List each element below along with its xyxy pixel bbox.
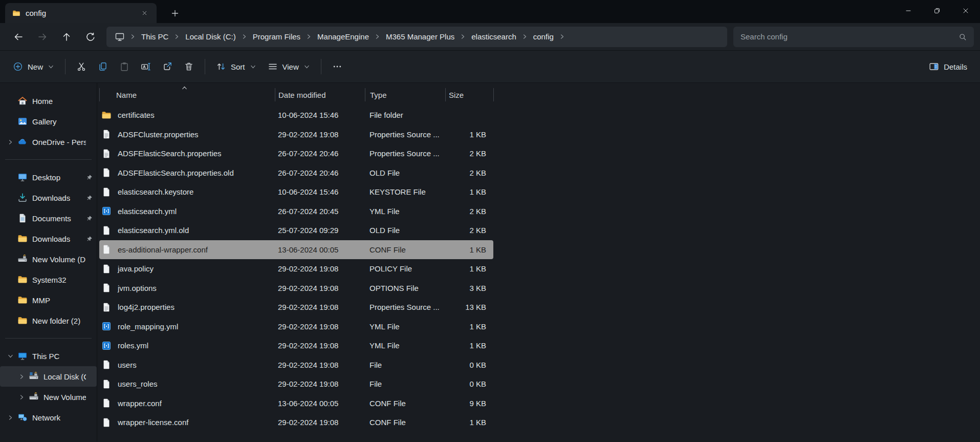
minimize-button[interactable]	[894, 0, 923, 22]
breadcrumb-segment[interactable]: Program Files	[248, 29, 305, 44]
file-row[interactable]: elasticsearch.yml.old 25-07-2024 09:29 O…	[99, 221, 493, 240]
sidebar-item[interactable]: Gallery	[0, 111, 97, 132]
file-row[interactable]: elasticsearch.keystore 10-06-2024 15:46 …	[99, 182, 493, 202]
sidebar-item-label: Local Disk (C:)	[43, 372, 86, 381]
sidebar-item[interactable]: System32	[0, 269, 97, 290]
new-button-label: New	[28, 62, 43, 71]
back-button[interactable]	[6, 27, 30, 47]
sidebar-divider	[5, 338, 92, 339]
file-row[interactable]: elasticsearch.yml 26-07-2024 20:45 YML F…	[99, 202, 493, 221]
chevron-right-icon[interactable]	[129, 33, 136, 40]
rename-button[interactable]	[135, 57, 157, 76]
chevron-right-icon[interactable]	[460, 33, 466, 40]
cut-button[interactable]	[71, 57, 92, 76]
chevron-right-icon[interactable]	[173, 33, 180, 40]
expand-chevron-icon[interactable]	[4, 353, 16, 360]
file-row[interactable]: ADSFElasticSearch.properties.old 26-07-2…	[99, 163, 493, 183]
file-row[interactable]: ADSFCluster.properties 29-02-2024 19:08 …	[99, 125, 493, 144]
file-row[interactable]: users 29-02-2024 19:08 File 0 KB	[99, 355, 493, 375]
command-toolbar: New Sort View Details	[0, 51, 980, 83]
search-icon[interactable]	[959, 33, 967, 41]
delete-button[interactable]	[178, 57, 200, 76]
sidebar-item[interactable]: Downloads	[0, 228, 97, 249]
more-options-button[interactable]	[326, 57, 348, 76]
sidebar-item[interactable]: This PC	[0, 346, 97, 366]
sidebar-item-label: Desktop	[32, 173, 86, 182]
expand-chevron-icon[interactable]	[15, 373, 28, 380]
file-date-modified: 29-02-2024 19:08	[275, 341, 365, 350]
file-row[interactable]: certificates 10-06-2024 15:46 File folde…	[99, 106, 493, 125]
file-row[interactable]: roles.yml 29-02-2024 19:08 YML File 1 KB	[99, 336, 493, 355]
share-button[interactable]	[157, 57, 178, 76]
breadcrumb-segment[interactable]: This PC	[137, 29, 173, 44]
file-row[interactable]: java.policy 29-02-2024 19:08 POLICY File…	[99, 259, 493, 279]
column-header-type[interactable]: Type	[365, 88, 445, 101]
sidebar-item[interactable]: Documents	[0, 208, 97, 228]
breadcrumb-segment[interactable]: config	[529, 29, 558, 44]
column-header-date-modified[interactable]: Date modified	[275, 88, 365, 101]
file-row[interactable]: wrapper-license.conf 29-02-2024 19:08 CO…	[99, 413, 493, 432]
maximize-restore-button[interactable]	[923, 0, 951, 22]
tab-close-icon[interactable]	[137, 6, 151, 20]
details-pane-button[interactable]: Details	[923, 57, 973, 76]
file-type: POLICY File	[365, 264, 445, 273]
expand-chevron-icon[interactable]	[15, 394, 28, 401]
sidebar-item[interactable]: New folder (2)	[0, 310, 97, 331]
explorer-tab[interactable]: config	[5, 3, 157, 23]
sidebar-item-icon	[17, 234, 28, 244]
file-row[interactable]: es-additional-wrapper.conf 13-06-2024 00…	[99, 240, 493, 260]
sidebar-item[interactable]: New Volume (D:)	[0, 387, 97, 407]
sidebar-item[interactable]: Desktop	[0, 167, 97, 187]
chevron-right-icon[interactable]	[521, 33, 528, 40]
file-name: roles.yml	[118, 341, 148, 350]
sidebar-item[interactable]: OneDrive - Persona	[0, 132, 97, 152]
sidebar-item[interactable]: MMP	[0, 290, 97, 310]
file-row[interactable]: jvm.options 29-02-2024 19:08 OPTIONS Fil…	[99, 279, 493, 298]
sidebar-item[interactable]: Home	[0, 91, 97, 111]
expand-chevron-icon[interactable]	[4, 139, 16, 145]
file-type-icon	[101, 379, 112, 389]
chevron-right-icon[interactable]	[559, 33, 565, 40]
up-button[interactable]	[54, 27, 78, 47]
chevron-right-icon[interactable]	[241, 33, 248, 40]
this-pc-icon[interactable]	[111, 32, 129, 42]
refresh-button[interactable]	[78, 27, 102, 47]
share-icon	[162, 61, 172, 72]
close-button[interactable]	[951, 0, 980, 22]
file-size: 1 KB	[445, 341, 493, 350]
paste-button[interactable]	[114, 57, 135, 76]
sidebar-item[interactable]: Local Disk (C:)	[0, 366, 97, 387]
sidebar-item[interactable]: Downloads	[0, 187, 97, 208]
view-button[interactable]: View	[262, 57, 316, 76]
sidebar-item[interactable]: New Volume (D:)	[0, 249, 97, 269]
column-header-size[interactable]: Size	[445, 88, 493, 101]
file-row[interactable]: log4j2.properties 29-02-2024 19:08 Prope…	[99, 298, 493, 317]
breadcrumb-segment[interactable]: M365 Manager Plus	[381, 29, 459, 44]
file-row[interactable]: ADSFElasticSearch.properties 26-07-2024 …	[99, 144, 493, 163]
search-input[interactable]: Search config	[733, 27, 974, 47]
file-row[interactable]: role_mapping.yml 29-02-2024 19:08 YML Fi…	[99, 317, 493, 336]
file-row[interactable]: users_roles 29-02-2024 19:08 File 0 KB	[99, 374, 493, 394]
forward-button[interactable]	[30, 27, 54, 47]
file-size: 1 KB	[445, 264, 493, 273]
breadcrumb-segment[interactable]: Local Disk (C:)	[181, 29, 240, 44]
file-date-modified: 13-06-2024 00:05	[275, 245, 365, 254]
chevron-right-icon[interactable]	[306, 33, 312, 40]
file-name-cell: wrapper.conf	[99, 398, 275, 408]
breadcrumb-segment[interactable]: elasticsearch	[467, 29, 521, 44]
copy-button[interactable]	[92, 57, 114, 76]
sort-button[interactable]: Sort	[210, 57, 262, 76]
file-row[interactable]: wrapper.conf 13-06-2024 00:05 CONF File …	[99, 394, 493, 413]
new-button[interactable]: New	[7, 57, 60, 76]
file-name-cell: jvm.options	[99, 283, 275, 293]
sidebar-item[interactable]: Network	[0, 407, 97, 428]
column-headers: Name Date modified Type Size	[99, 84, 980, 106]
address-bar[interactable]: This PC Local Disk (C:) Program Files Ma…	[106, 27, 727, 47]
expand-chevron-icon[interactable]	[4, 414, 16, 421]
file-type: OPTIONS File	[365, 284, 445, 292]
new-tab-button[interactable]	[168, 6, 182, 20]
chevron-right-icon[interactable]	[374, 33, 381, 40]
breadcrumb-segment[interactable]: ManageEngine	[313, 29, 374, 44]
file-name-cell: wrapper-license.conf	[99, 417, 275, 428]
file-name: wrapper-license.conf	[118, 418, 188, 427]
